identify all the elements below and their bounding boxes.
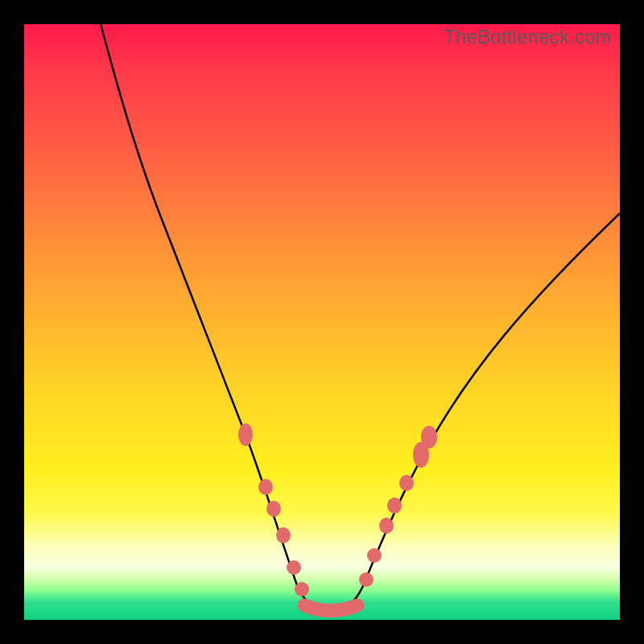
chart-frame: TheBottleneck.com bbox=[24, 24, 620, 620]
marker-dot bbox=[421, 426, 437, 448]
marker-dot bbox=[359, 572, 374, 587]
marker-dot bbox=[276, 527, 291, 543]
curve-path bbox=[101, 24, 620, 612]
marker-dot bbox=[399, 475, 414, 491]
marker-dot bbox=[295, 582, 309, 597]
marker-dot bbox=[367, 548, 382, 563]
marker-dot bbox=[258, 479, 273, 495]
marker-dot bbox=[238, 423, 253, 446]
marker-dot bbox=[379, 518, 394, 534]
bottleneck-plot bbox=[24, 24, 620, 620]
valley-band bbox=[304, 605, 357, 611]
marker-dot bbox=[387, 497, 402, 514]
marker-dot bbox=[266, 501, 281, 517]
marker-dot bbox=[287, 560, 301, 575]
